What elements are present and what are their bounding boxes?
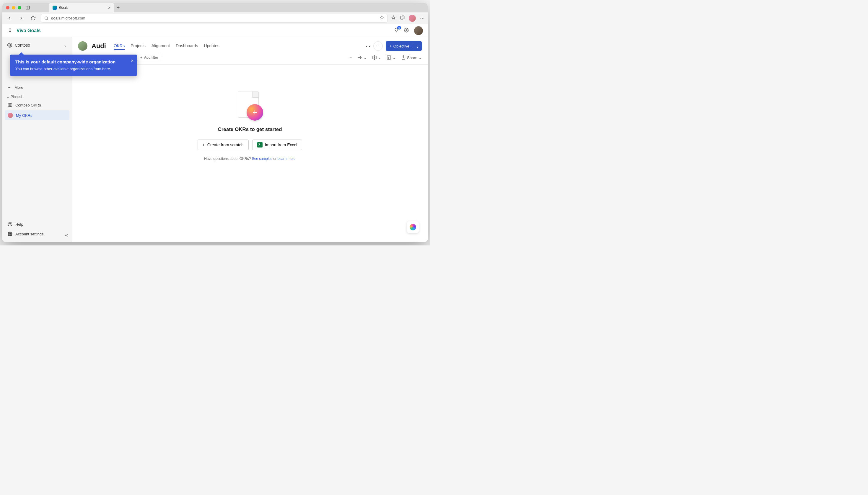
browser-tab[interactable]: Goals × [49,3,114,12]
gear-icon [8,232,12,236]
profile-avatar[interactable] [409,15,416,22]
browser-tabstrip: Goals × + [49,3,122,12]
url-text: goals.microsoft.com [51,16,85,20]
sidebar-toggle-icon[interactable] [23,3,32,12]
window-titlebar: Goals × + [2,3,428,12]
more-icon: ⋯ [8,85,12,90]
expand-button[interactable]: ⌄ [358,55,367,60]
help-icon [8,222,12,226]
pinned-label: Contoso OKRs [15,103,41,107]
forward-button[interactable] [17,14,26,22]
tab-dashboards[interactable]: Dashboards [176,42,198,50]
maximize-window-button[interactable] [18,6,21,10]
plus-icon: + [389,44,392,48]
pinned-label: My OKRs [16,113,32,118]
pinned-section-header[interactable]: ⌄ Pinned [5,92,69,100]
chevron-down-icon: ⌄ [64,43,67,48]
svg-point-2 [45,17,48,19]
plus-icon: + [202,142,205,147]
close-window-button[interactable] [6,6,10,10]
callout-title: This is your default company-wide organi… [15,59,132,64]
empty-state: + Create OKRs to get started + Create fr… [72,65,428,242]
avatar-icon [8,113,13,118]
learn-more-link[interactable]: Learn more [277,157,295,161]
svg-rect-11 [387,56,391,59]
back-button[interactable] [5,14,14,22]
layout-button[interactable]: ⌄ [387,55,396,60]
favorites-icon[interactable] [391,15,396,21]
excel-icon [257,142,263,148]
app-launcher-icon[interactable]: ⠿ [7,28,13,33]
share-icon [401,55,406,60]
plus-icon: + [140,55,142,59]
tab-title: Goals [59,5,68,10]
settings-button[interactable] [404,28,409,34]
site-permissions-icon[interactable] [379,15,384,21]
objective-button[interactable]: +Objective ⌄ [386,41,422,51]
view-cube-button[interactable]: ⌄ [372,55,381,60]
collapse-sidebar-button[interactable] [64,233,69,239]
default-org-callout: × This is your default company-wide orga… [10,55,137,76]
svg-point-6 [406,30,407,31]
minimize-window-button[interactable] [12,6,15,10]
tab-favicon [53,5,57,10]
svg-line-3 [47,19,48,20]
browser-menu-icon[interactable]: ⋯ [420,15,425,21]
help-link[interactable]: Help [5,220,69,229]
tab-projects[interactable]: Projects [131,42,146,50]
reload-button[interactable] [29,14,37,22]
svg-rect-0 [26,6,30,10]
pinned-item-my-okrs[interactable]: My OKRs [5,110,69,120]
org-switcher[interactable]: Contoso ⌄ [5,40,69,50]
copilot-fab[interactable] [407,221,419,233]
more-label: More [15,85,23,90]
page-tabs: OKRs Projects Alignment Dashboards Updat… [114,42,219,50]
objective-split-chevron[interactable]: ⌄ [413,44,422,49]
gear-icon [404,28,409,32]
address-bar[interactable]: goals.microsoft.com [41,14,388,23]
empty-help-text: Have questions about OKRs? See samples o… [204,157,296,161]
tab-updates[interactable]: Updates [204,42,219,50]
svg-point-10 [10,233,11,235]
chevron-down-icon: ⌄ [6,95,10,99]
traffic-lights [6,6,21,10]
callout-close-button[interactable]: × [131,58,133,64]
entity-avatar [78,41,87,51]
sidebar-more[interactable]: ⋯ More [5,83,69,92]
create-from-scratch-button[interactable]: + Create from scratch [198,139,249,150]
notifications-button[interactable]: 5 [394,28,399,34]
see-samples-link[interactable]: See samples [252,157,272,161]
add-filter-button[interactable]: + Add filter [137,54,161,61]
new-tab-button[interactable]: + [114,5,122,11]
browser-toolbar: goals.microsoft.com ⋯ [2,12,428,24]
share-button[interactable]: Share ⌄ [401,55,422,60]
tab-okrs[interactable]: OKRs [114,42,125,50]
empty-heading: Create OKRs to get started [218,126,282,133]
page-header: Audi OKRs Projects Alignment Dashboards … [72,37,428,51]
app-header: ⠿ Viva Goals 5 [2,24,428,37]
toolbar-more-button[interactable]: ⋯ [348,55,353,60]
add-button[interactable]: + [373,41,383,51]
import-from-excel-button[interactable]: Import from Excel [252,139,302,150]
globe-icon [7,42,12,48]
globe-icon [8,103,12,107]
search-icon [44,16,49,21]
tab-alignment[interactable]: Alignment [151,42,170,50]
org-name: Contoso [15,43,30,48]
account-settings-link[interactable]: Account settings [5,229,69,239]
app-brand: Viva Goals [17,28,41,33]
user-avatar[interactable] [414,26,423,35]
callout-body: You can browse other available organizat… [15,67,132,71]
pinned-item-contoso-okrs[interactable]: Contoso OKRs [5,100,69,110]
tab-close-icon[interactable]: × [108,5,111,10]
page-title: Audi [92,42,106,50]
empty-illustration: + [236,91,263,121]
copilot-icon [410,224,416,231]
collections-icon[interactable] [400,15,405,21]
notification-badge: 5 [397,26,401,30]
page-more-button[interactable]: ⋯ [366,44,370,49]
